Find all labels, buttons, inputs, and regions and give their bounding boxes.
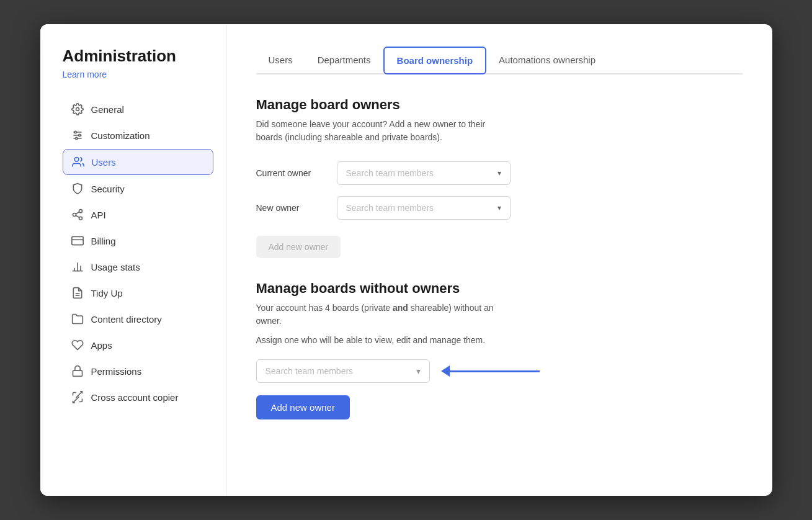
sidebar-item-cross-account-copier[interactable]: Cross account copier [63, 385, 213, 410]
sidebar-item-security[interactable]: Security [63, 176, 213, 201]
add-owner-disabled-button[interactable]: Add new owner [256, 236, 341, 258]
svg-point-4 [74, 131, 76, 133]
sidebar-item-label: Usage stats [91, 262, 140, 272]
content-icon [71, 313, 84, 325]
arrow-head-icon [441, 365, 450, 377]
sidebar-item-label: Permissions [91, 366, 142, 377]
tab-board-ownership[interactable]: Board ownership [383, 47, 487, 74]
new-owner-row: New owner Search team members ▾ [256, 196, 743, 220]
chart-icon [71, 261, 84, 273]
svg-point-8 [79, 210, 82, 213]
sidebar-item-permissions[interactable]: Permissions [63, 359, 213, 383]
chevron-down-icon: ▾ [497, 204, 501, 212]
sliders-icon [71, 129, 84, 141]
sidebar-item-api[interactable]: API [63, 202, 213, 227]
sidebar-item-label: Tidy Up [91, 288, 123, 298]
tab-automations-ownership[interactable]: Automations ownership [486, 47, 608, 74]
tidy-icon [71, 287, 84, 299]
apps-icon [71, 339, 84, 351]
sidebar-item-billing[interactable]: Billing [63, 228, 213, 253]
sidebar-item-label: Cross account copier [91, 392, 179, 403]
current-owner-placeholder: Search team members [346, 168, 434, 178]
sidebar-item-label: Content directory [91, 314, 162, 325]
section2-desc2: Assign one who will be able to view, edi… [256, 334, 517, 347]
main-content: Users Departments Board ownership Automa… [226, 24, 772, 496]
chevron-down-icon: ▾ [416, 366, 421, 376]
app-title: Administration [63, 47, 213, 66]
sidebar-item-label: Apps [91, 340, 112, 351]
sidebar-item-label: Customization [91, 130, 150, 141]
svg-point-7 [74, 158, 79, 162]
gear-icon [71, 103, 84, 115]
svg-point-9 [73, 213, 76, 217]
users-icon [72, 156, 84, 168]
chevron-down-icon: ▾ [497, 169, 501, 177]
sidebar-item-label: API [91, 210, 106, 220]
sidebar-item-tidy-up[interactable]: Tidy Up [63, 280, 213, 305]
section1-title: Manage board owners [256, 97, 743, 113]
sidebar-item-apps[interactable]: Apps [63, 333, 213, 357]
sidebar-item-general[interactable]: General [63, 97, 213, 122]
svg-point-6 [75, 137, 77, 139]
new-owner-select[interactable]: Search team members ▾ [337, 196, 511, 220]
sidebar-item-label: General [91, 104, 124, 115]
current-owner-label: Current owner [256, 168, 324, 178]
new-owner-placeholder: Search team members [346, 203, 434, 213]
tab-users[interactable]: Users [256, 47, 305, 74]
sidebar-item-label: Users [92, 157, 116, 168]
arrow-line [450, 370, 540, 372]
api-icon [71, 208, 84, 221]
without-owner-placeholder: Search team members [265, 366, 354, 376]
learn-more-link[interactable]: Learn more [63, 69, 213, 79]
arrow-indicator [436, 365, 540, 377]
sidebar-item-customization[interactable]: Customization [63, 123, 213, 148]
add-owner-active-button[interactable]: Add new owner [256, 395, 350, 419]
svg-point-0 [76, 108, 79, 111]
current-owner-select[interactable]: Search team members ▾ [337, 161, 511, 185]
svg-point-10 [79, 217, 82, 220]
sidebar: Administration Learn more General Custom… [40, 24, 226, 496]
section2-title: Manage boards without owners [256, 280, 743, 297]
sidebar-item-content-directory[interactable]: Content directory [63, 307, 213, 331]
sidebar-item-usage-stats[interactable]: Usage stats [63, 254, 213, 279]
current-owner-row: Current owner Search team members ▾ [256, 161, 743, 185]
shield-icon [71, 182, 84, 195]
lock-icon [71, 365, 84, 377]
sidebar-nav: General Customization Users Secur [63, 97, 213, 410]
svg-rect-21 [73, 370, 82, 376]
svg-rect-13 [71, 236, 83, 244]
svg-point-5 [78, 134, 80, 136]
tabs-nav: Users Departments Board ownership Automa… [256, 47, 743, 74]
svg-line-12 [76, 212, 79, 213]
sidebar-item-users[interactable]: Users [63, 149, 213, 175]
manage-board-owners-section: Manage board owners Did someone leave yo… [256, 97, 743, 280]
new-owner-label: New owner [256, 203, 324, 213]
tab-departments[interactable]: Departments [305, 47, 383, 74]
app-window: Administration Learn more General Custom… [40, 24, 772, 496]
svg-line-11 [76, 215, 79, 217]
section1-desc: Did someone leave your account? Add a ne… [256, 118, 504, 144]
sidebar-item-label: Billing [91, 236, 116, 246]
manage-boards-without-owners-section: Manage boards without owners Your accoun… [256, 280, 743, 419]
search-with-arrow-row: Search team members ▾ [256, 359, 743, 383]
copy-icon [71, 391, 84, 403]
sidebar-item-label: Security [91, 184, 125, 194]
card-icon [71, 235, 84, 247]
without-owner-search-select[interactable]: Search team members ▾ [256, 359, 430, 383]
section2-desc1: Your account has 4 boards (private and s… [256, 302, 517, 328]
